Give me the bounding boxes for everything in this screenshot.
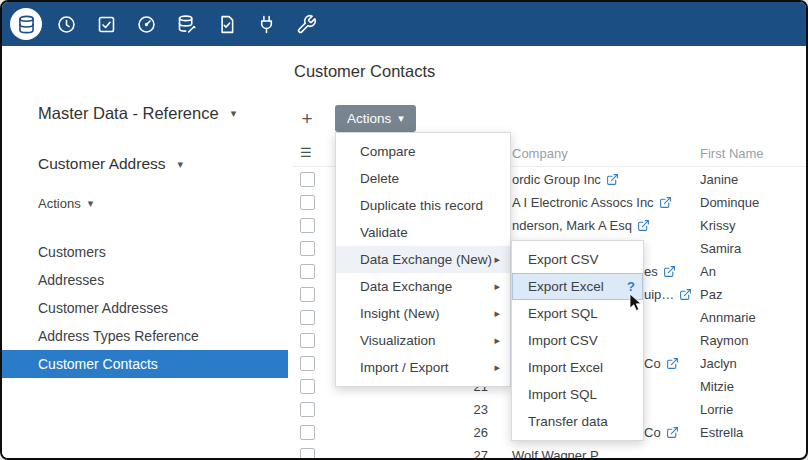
row-id: 23 [432,398,488,421]
external-link-icon[interactable] [679,288,692,301]
row-checkbox[interactable] [300,310,315,325]
menu-item-visualization[interactable]: Visualization ▸ [336,327,510,354]
menu-item-label: Data Exchange [360,279,452,294]
data-exchange-submenu: Export CSV Export Excel ? Export SQL Imp… [511,240,644,441]
menu-item-validate[interactable]: Validate [336,219,510,246]
menu-item-data-exchange-new[interactable]: Data Exchange (New) ▸ [336,246,510,273]
first-name-cell: An [700,260,716,283]
chevron-down-icon: ▾ [88,198,94,209]
row-checkbox[interactable] [300,379,315,394]
menu-item-insight-new[interactable]: Insight (New) ▸ [336,300,510,327]
plug-icon[interactable] [254,12,278,36]
row-checkbox[interactable] [300,264,315,279]
first-name-cell: Samira [700,237,741,260]
external-link-icon[interactable] [666,357,679,370]
external-link-icon[interactable] [663,265,676,278]
add-record-button[interactable]: + [293,105,321,133]
submenu-item-import-excel[interactable]: Import Excel [512,354,643,381]
document-check-icon[interactable] [214,12,238,36]
menu-item-label: Insight (New) [360,306,440,321]
page-title: Customer Contacts [294,62,435,81]
sidebar-item-customers[interactable]: Customers [2,238,288,266]
mouse-cursor-icon [629,293,643,312]
first-name-cell: Paz [700,283,722,306]
column-header-first-name[interactable]: First Name [700,146,764,161]
row-checkbox[interactable] [300,218,315,233]
menu-item-label: Visualization [360,333,436,348]
menu-item-label: Export Excel [528,279,604,294]
row-checkbox[interactable] [300,287,315,302]
submenu-item-import-csv[interactable]: Import CSV [512,327,643,354]
sidebar-item-customer-addresses[interactable]: Customer Addresses [2,294,288,322]
row-checkbox[interactable] [300,333,315,348]
app-window: Master Data - Reference ▾ Customer Addre… [0,0,808,460]
submenu-item-transfer-data[interactable]: Transfer data [512,408,643,435]
database-edit-icon[interactable] [174,12,198,36]
model-selector[interactable]: Master Data - Reference ▾ [38,104,236,123]
sidebar-nav: Customers Addresses Customer Addresses A… [2,238,288,378]
actions-button[interactable]: Actions ▾ [335,105,416,132]
menu-item-compare[interactable]: Compare [336,138,510,165]
company-cell: es [644,260,676,283]
company-cell-tail: Co [644,421,679,444]
menu-item-label: Data Exchange (New) [360,252,492,267]
company-text: Co [644,421,661,444]
first-name-cell: Janine [700,168,738,191]
company-text: nderson, Mark A Esq [512,214,632,237]
external-link-icon[interactable] [666,426,679,439]
first-name-cell: Dominque [700,191,759,214]
row-checkbox[interactable] [300,425,315,440]
submenu-item-export-sql[interactable]: Export SQL [512,300,643,327]
menu-item-delete[interactable]: Delete [336,165,510,192]
row-id: 27 [432,444,488,460]
row-checkbox[interactable] [300,172,315,187]
company-cell: A I Electronic Assocs Inc [512,191,672,214]
first-name-cell: Annmarie [700,306,756,329]
wrench-icon[interactable] [294,12,318,36]
sidebar-actions-dropdown[interactable]: Actions ▾ [38,196,93,211]
row-checkbox[interactable] [300,241,315,256]
row-checkbox[interactable] [300,356,315,371]
menu-item-duplicate-record[interactable]: Duplicate this record [336,192,510,219]
model-selector-label: Master Data - Reference [38,104,219,123]
sidebar-item-address-types-reference[interactable]: Address Types Reference [2,322,288,350]
first-name-cell: Estrella [700,421,743,444]
clock-icon[interactable] [54,12,78,36]
company-cell: ordic Group Inc [512,168,619,191]
menu-item-import-export[interactable]: Import / Export ▸ [336,354,510,381]
gauge-icon[interactable] [134,12,158,36]
top-navigation-bar [2,2,806,46]
entity-selector-label: Customer Address [38,155,166,173]
actions-button-label: Actions [347,111,391,126]
column-header-company[interactable]: Company [512,146,568,161]
external-link-icon[interactable] [606,173,619,186]
external-link-icon[interactable] [637,219,650,232]
sidebar-item-customer-contacts[interactable]: Customer Contacts [2,350,288,378]
row-checkbox[interactable] [300,195,315,210]
first-name-cell: Jaclyn [700,352,737,375]
table-row[interactable]: 27 Wolf Wagner P [292,444,806,460]
company-text: uip… [644,283,674,306]
entity-selector[interactable]: Customer Address ▾ [38,155,183,173]
sidebar-item-addresses[interactable]: Addresses [2,266,288,294]
company-text: es [644,260,658,283]
submenu-item-export-excel[interactable]: Export Excel ? [512,273,643,300]
table-columns-menu-icon[interactable]: ☰ [300,145,312,160]
company-text: ordic Group Inc [512,168,601,191]
submenu-item-export-csv[interactable]: Export CSV [512,246,643,273]
company-cell: Co [644,352,679,375]
database-icon[interactable] [10,8,42,40]
actions-menu: Compare Delete Duplicate this record Val… [335,132,511,387]
row-id: 26 [432,421,488,444]
row-checkbox[interactable] [300,448,315,460]
chevron-down-icon: ▾ [398,113,404,124]
submenu-arrow-icon: ▸ [494,354,500,381]
sidebar: Master Data - Reference ▾ Customer Addre… [2,46,288,458]
menu-item-data-exchange[interactable]: Data Exchange ▸ [336,273,510,300]
company-text: Wolf Wagner P [512,444,599,460]
row-checkbox[interactable] [300,402,315,417]
external-link-icon[interactable] [659,196,672,209]
company-cell: nderson, Mark A Esq [512,214,650,237]
submenu-item-import-sql[interactable]: Import SQL [512,381,643,408]
check-square-icon[interactable] [94,12,118,36]
